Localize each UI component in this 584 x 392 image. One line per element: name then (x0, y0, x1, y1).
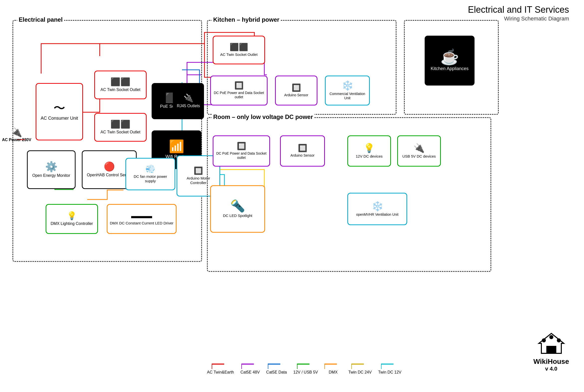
room-12v-devices: 💡 12V DC devices (347, 136, 391, 166)
room-low-voltage-section: Room – only low voltage DC power 🔲 DC Po… (207, 117, 491, 272)
kitchen-arduino-label: Arduino Sensor (284, 93, 308, 97)
legend-ac-label: AC Twin&Earth (207, 370, 234, 374)
legend-cat5edata: Cat5E Data (266, 362, 287, 374)
legend-dmx-label: DMX (329, 370, 338, 374)
dmx-driver-label: DMX DC Constant Current LED Driver (110, 221, 173, 226)
wikihouse-icon (536, 331, 566, 356)
room-usb5v-icon: 🔌 (414, 144, 425, 152)
kitchen-poe-icon: 🔲 (234, 82, 244, 89)
legend-cat5e48v: Cat5E 48V (240, 362, 260, 374)
legend-dc12v-label: Twin DC 12V (378, 370, 401, 374)
spotlight-icon: 🔦 (230, 200, 245, 212)
openhab-icon: 🔴 (104, 162, 115, 171)
rj45-outlets: 🔌 RJ45 Outlets (173, 83, 204, 119)
legend-cat5e48v-label: Cat5E 48V (240, 370, 260, 374)
energy-label: Open Energy Monitor (32, 173, 70, 178)
kitchen-ventilation: ❄️ Commercial Ventilation Unit (325, 76, 370, 106)
room-poe-icon: 🔲 (237, 142, 246, 150)
legend-ac: AC Twin&Earth (207, 362, 234, 374)
fan-label: DC fan motor power supply (128, 174, 172, 183)
ac-twin-outlet-1: ⬛⬛ AC Twin Socket Outlet (94, 70, 146, 99)
kitchen-arduino-sensor: 🔲 Arduino Sensor (275, 76, 318, 106)
room-dc-poe: 🔲 DC PoE Power and Data Socket outlet (213, 136, 270, 166)
legend-cat5edata-label: Cat5E Data (266, 370, 287, 374)
kitchen-vent-icon: ❄️ (342, 81, 353, 90)
energy-icon: ⚙️ (45, 162, 58, 172)
legend-12v-label: 12V / USB 5V (293, 370, 318, 374)
room-usb5v-devices: 🔌 USB 5V DC devices (397, 136, 441, 166)
wifi-icon: 📶 (169, 140, 184, 152)
dmx-led-driver: ▬▬▬ DMX DC Constant Current LED Driver (107, 204, 176, 234)
dc-fan-motor: 💨 DC fan motor power supply (126, 158, 175, 190)
kitchen-appliances-section: ☕ Kitchen Appliances (404, 20, 499, 115)
room-usb5v-label: USB 5V DC devices (402, 154, 436, 158)
room-mvhr: ❄️ openMVHR Ventilation Unit (347, 193, 407, 225)
ac-power-label: AC Power 230V (2, 138, 31, 142)
kitchen-dc-poe: 🔲 DC PoE Power and Data Socket outlet (210, 76, 268, 106)
dc-led-spotlight: 🔦 DC LED Spotlight (210, 185, 265, 233)
rj45-label: RJ45 Outlets (177, 104, 200, 108)
outlet2-icon: ⬛⬛ (110, 120, 130, 128)
page-subtitle: Wiring Schematic Diagram (504, 16, 569, 22)
kitchen-outlet-icon: ⬛⬛ (230, 44, 248, 51)
open-energy-monitor: ⚙️ Open Energy Monitor (27, 150, 76, 189)
svg-point-3 (549, 335, 553, 339)
electrical-panel-label: Electrical panel (17, 16, 64, 23)
room-12v-icon: 💡 (364, 144, 375, 152)
outlet1-icon: ⬛⬛ (110, 78, 130, 86)
dmx-driver-icon: ▬▬▬ (131, 212, 152, 220)
electrical-panel-section: Electrical panel 〜 AC Consumer Unit ⬛⬛ A… (12, 20, 202, 262)
ac-twin-outlet-2: ⬛⬛ AC Twin Socket Outlet (94, 113, 146, 142)
room-poe-label: DC PoE Power and Data Socket outlet (216, 151, 267, 160)
legend-12v: 12V / USB 5V (293, 362, 318, 374)
legend-dc24v: Twin DC 24V (348, 362, 372, 374)
kitchen-poe-label: DC PoE Power and Data Socket outlet (213, 91, 265, 99)
legend-dmx: DMX (324, 362, 342, 374)
kitchen-ac-outlet: ⬛⬛ AC Twin Socket Outlet (213, 36, 265, 64)
room-low-voltage-label: Room – only low voltage DC power (212, 114, 314, 120)
kitchen-outlet-label: AC Twin Socket Outlet (220, 52, 258, 57)
wikihouse-name: WikiHouse (534, 358, 569, 366)
rj45-icon: 🔌 (184, 94, 194, 102)
room-arduino-icon: 🔲 (298, 144, 307, 152)
mvhr-label: openMVHR Ventilation Unit (356, 212, 398, 217)
openhab-label: OpenHAB Control Server (87, 172, 132, 177)
legend-section: AC Twin&Earth Cat5E 48V Cat5E Data 12V /… (207, 362, 402, 374)
outlet2-label: AC Twin Socket Outlet (100, 130, 140, 134)
dmx-lighting-ctrl: 💡 DMX Lighting Controller (46, 204, 98, 234)
ac-power-section: 🔌 AC Power 230V (2, 127, 31, 142)
ac-power-plug-icon: 🔌 (11, 127, 22, 138)
arduino-motor-icon: 🔲 (194, 167, 203, 174)
wikihouse-version: v 4.0 (534, 366, 569, 372)
appliances-icon: ☕ (440, 50, 459, 64)
page-title: Electrical and IT Services (468, 4, 569, 15)
room-arduino-sensor: 🔲 Arduino Sensor (280, 136, 325, 166)
appliances-label: Kitchen Appliances (431, 66, 468, 72)
kitchen-hybrid-label: Kitchen – hybrid power (212, 16, 281, 23)
room-arduino-label: Arduino Sensor (290, 153, 315, 158)
dmx-ctrl-label: DMX Lighting Controller (50, 221, 93, 226)
svg-rect-5 (546, 346, 556, 353)
ac-consumer-label: AC Consumer Unit (41, 116, 78, 121)
legend-dc12v: Twin DC 12V (378, 362, 401, 374)
kitchen-hybrid-section: Kitchen – hybrid power ⬛⬛ AC Twin Socket… (207, 20, 396, 115)
mvhr-icon: ❄️ (372, 202, 383, 211)
fan-icon: 💨 (146, 165, 155, 173)
spotlight-label: DC LED Spotlight (223, 214, 252, 218)
room-12v-label: 12V DC devices (356, 154, 383, 158)
kitchen-vent-label: Commercial Ventilation Unit (328, 92, 367, 100)
ac-consumer-unit: 〜 AC Consumer Unit (36, 83, 83, 140)
kitchen-appliances-box: ☕ Kitchen Appliances (425, 36, 474, 86)
wikihouse-logo: WikiHouse v 4.0 (534, 331, 569, 372)
legend-dc24v-label: Twin DC 24V (348, 370, 372, 374)
kitchen-arduino-icon: 🔲 (292, 84, 301, 92)
svg-point-2 (542, 338, 546, 342)
ac-consumer-icon: 〜 (53, 102, 65, 114)
dmx-ctrl-icon: 💡 (67, 212, 77, 220)
svg-point-4 (557, 338, 561, 342)
outlet1-label: AC Twin Socket Outlet (100, 87, 140, 92)
